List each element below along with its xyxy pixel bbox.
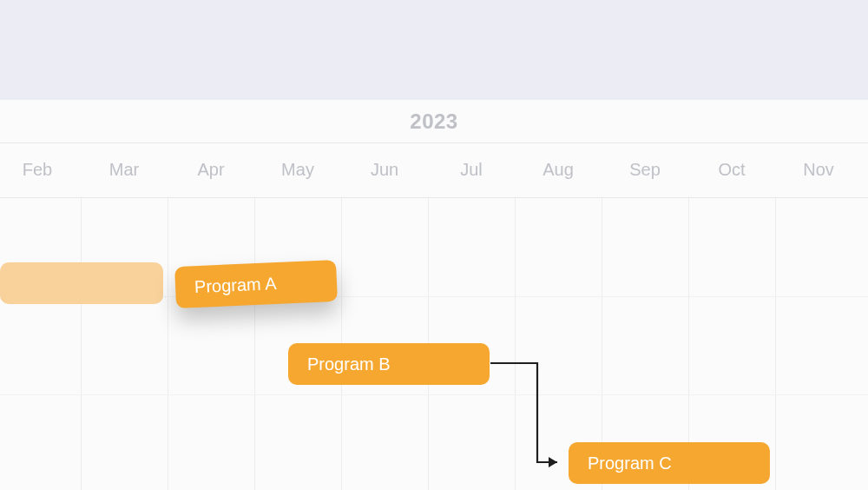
year-label: 2023 — [0, 109, 868, 134]
gantt-area[interactable]: 2023 Feb Mar Apr May Jun Jul Aug Sep Oct… — [0, 100, 868, 490]
month-label: Apr — [189, 160, 233, 180]
month-label: Sep — [623, 160, 667, 180]
month-label: Feb — [16, 160, 59, 180]
month-label: Jun — [363, 160, 406, 180]
month-label: May — [276, 160, 319, 180]
gantt-bar-program-b[interactable]: Program B — [288, 343, 490, 385]
bar-label: Program A — [194, 273, 277, 296]
gantt-bar-ghost-program-a — [0, 262, 163, 304]
month-divider — [515, 198, 516, 490]
gantt-bar-program-c[interactable]: Program C — [569, 442, 770, 484]
bar-label: Program B — [307, 354, 391, 374]
gantt-bar-program-a[interactable]: Program A — [174, 260, 338, 308]
month-label: Aug — [536, 160, 580, 180]
month-label: Oct — [710, 160, 753, 180]
month-label: Nov — [797, 160, 840, 180]
bar-label: Program C — [588, 454, 672, 473]
month-divider — [775, 198, 776, 490]
month-divider — [81, 198, 82, 490]
top-header-band — [0, 0, 868, 100]
month-divider — [168, 198, 168, 490]
month-label: Jul — [450, 160, 493, 180]
row-divider — [0, 394, 868, 395]
month-divider — [254, 198, 255, 490]
month-label: Mar — [102, 160, 146, 180]
year-header-row: 2023 — [0, 100, 868, 143]
months-header-row: Feb Mar Apr May Jun Jul Aug Sep Oct Nov — [0, 143, 868, 198]
dependency-arrow-icon — [490, 362, 576, 475]
